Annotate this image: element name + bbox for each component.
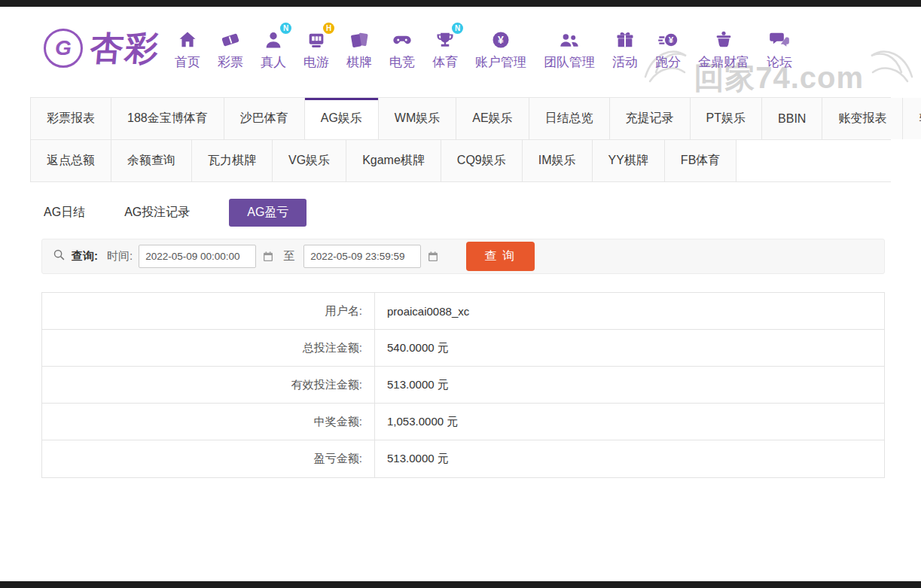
calendar-icon[interactable] [262,251,274,263]
subtab-ag-bet-records[interactable]: AG投注记录 [124,199,190,227]
tab-bbin[interactable]: BBIN [762,98,822,139]
home-icon [177,26,198,50]
nav-item-account-mgmt[interactable]: ¥ 账户管理 [475,26,526,71]
nav-label: 跑分 [655,53,681,71]
tab-wali-chess[interactable]: 瓦力棋牌 [192,140,273,181]
subtab-ag-profit-loss[interactable]: AG盈亏 [229,199,306,227]
row-label: 盈亏金额: [42,440,375,477]
top-nav: 首页 彩票 N 真人 H 电游 棋牌 [175,26,792,71]
nav-label: 论坛 [767,53,792,71]
trophy-icon: N [435,26,456,50]
row-label: 中奖金额: [42,404,375,440]
svg-text:¥: ¥ [498,33,504,45]
nav-item-home[interactable]: 首页 [175,26,200,71]
valid-bet-value: 513.0000 元 [375,367,884,403]
nav-item-chess[interactable]: 棋牌 [346,26,372,71]
nav-item-egames[interactable]: H 电游 [303,26,329,71]
report-tabs: 彩票报表 188金宝博体育 沙巴体育 AG娱乐 WM娱乐 AE娱乐 日结总览 充… [30,97,891,182]
query-button[interactable]: 查 询 [466,242,534,271]
start-time-input[interactable] [139,245,256,268]
nav-label: 账户管理 [475,53,526,71]
top-dark-bar [0,0,921,7]
coin-yuan-icon: ¥ [490,26,511,50]
tab-pt-entertainment[interactable]: PT娱乐 [691,98,762,139]
nav-item-live[interactable]: N 真人 [261,26,286,71]
tab-yy-chess[interactable]: YY棋牌 [593,140,665,181]
to-label: 至 [283,249,294,264]
tab-kgame-chess[interactable]: Kgame棋牌 [346,140,441,181]
nav-label: 团队管理 [544,53,595,71]
brand-logo[interactable]: G 杏彩 [44,26,160,71]
tab-ae-entertainment[interactable]: AE娱乐 [456,98,529,139]
tab-rebate-total[interactable]: 返点总额 [30,140,111,181]
table-row: 中奖金额: 1,053.0000 元 [42,404,884,440]
tab-cq9-entertainment[interactable]: CQ9娱乐 [441,140,523,181]
nav-item-jinding-wealth[interactable]: 金鼎财富 [698,26,749,71]
calendar-icon[interactable] [427,251,439,263]
brand-logo-mark: G [44,29,83,68]
subtab-ag-daily[interactable]: AG日结 [44,199,85,227]
gift-icon [615,26,636,50]
report-tabs-row2: 返点总额 余额查询 瓦力棋牌 VG娱乐 Kgame棋牌 CQ9娱乐 IM娱乐 Y… [30,140,891,182]
nav-item-team-mgmt[interactable]: 团队管理 [544,26,595,71]
tab-im-entertainment[interactable]: IM娱乐 [523,140,593,181]
team-icon [559,26,580,50]
nav-label: 首页 [175,53,200,71]
brand-logo-text: 杏彩 [88,26,161,71]
table-row: 用户名: proaicai0088_xc [42,293,884,330]
nav-item-sports[interactable]: N 体育 [432,26,458,71]
forum-icon [769,26,790,50]
nav-item-promotions[interactable]: 活动 [612,26,638,71]
win-amount-value: 1,053.0000 元 [375,404,884,440]
tab-balance-query[interactable]: 余额查询 [111,140,192,181]
search-icon [53,248,66,264]
tab-wm-entertainment[interactable]: WM娱乐 [379,98,456,139]
tab-account-change-report[interactable]: 账变报表 [822,98,903,139]
nav-label: 活动 [612,53,638,71]
header: G 杏彩 首页 彩票 N 真人 H 电 [0,7,921,90]
table-row: 盈亏金额: 513.0000 元 [42,440,884,477]
total-bet-value: 540.0000 元 [375,330,884,366]
bottom-dark-bar [0,581,921,588]
row-label: 用户名: [42,293,375,329]
row-label: 总投注金额: [42,330,375,366]
tab-transfer-report[interactable]: 转账报表 [903,98,921,139]
query-label: 查询: [72,249,98,264]
table-row: 总投注金额: 540.0000 元 [42,330,884,367]
tab-deposit-withdraw-records[interactable]: 充提记录 [610,98,691,139]
tab-fb-sport[interactable]: FB体育 [665,140,736,181]
nav-item-esports[interactable]: 电竞 [389,26,415,71]
table-row: 有效投注金额: 513.0000 元 [42,367,884,404]
row-label: 有效投注金额: [42,367,375,403]
tab-daily-summary[interactable]: 日结总览 [529,98,610,139]
tab-ag-entertainment[interactable]: AG娱乐 [305,98,379,139]
nav-label: 棋牌 [346,53,372,71]
end-time-input[interactable] [303,245,421,268]
tab-vg-entertainment[interactable]: VG娱乐 [273,140,346,181]
svg-text:¥: ¥ [669,35,674,44]
tab-lottery-report[interactable]: 彩票报表 [30,98,111,139]
nav-item-lottery[interactable]: 彩票 [218,26,243,71]
slot-machine-icon: H [306,26,327,50]
tab-188-sport[interactable]: 188金宝博体育 [111,98,224,139]
nav-label: 金鼎财富 [698,53,749,71]
profit-loss-table: 用户名: proaicai0088_xc 总投注金额: 540.0000 元 有… [41,292,885,478]
username-value: proaicai0088_xc [375,293,884,329]
nav-item-forum[interactable]: 论坛 [767,26,792,71]
nav-label: 真人 [261,53,286,71]
money-pot-icon [713,26,734,50]
search-bar: 查询: 时间: 至 查 询 [41,239,885,274]
speed-coin-icon: ¥ [657,26,679,50]
nav-item-paofen[interactable]: ¥ 跑分 [655,26,681,71]
live-person-icon: N [263,26,284,50]
ag-sub-tabs: AG日结 AG投注记录 AG盈亏 [44,199,891,227]
hot-badge: H [323,23,334,34]
nav-label: 体育 [432,53,458,71]
tab-shaba-sport[interactable]: 沙巴体育 [224,98,305,139]
nav-label: 电游 [303,53,329,71]
gamepad-icon [392,26,413,50]
new-badge: N [452,23,463,34]
new-badge: N [280,23,291,34]
nav-label: 电竞 [389,53,415,71]
time-label: 时间: [107,249,133,264]
